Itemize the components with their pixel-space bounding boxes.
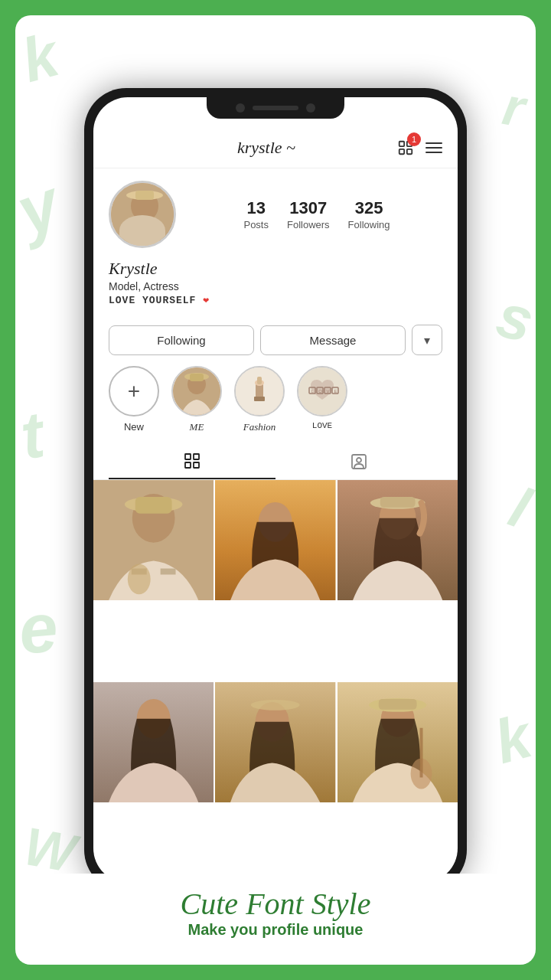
header-icons: 1 — [393, 136, 442, 160]
tab-tagged[interactable] — [276, 444, 442, 479]
phone-notch — [207, 97, 344, 119]
followers-count: 1307 — [289, 198, 327, 218]
speaker — [253, 106, 298, 110]
highlight-circle-fashion — [234, 366, 285, 416]
phone-frame: krystle ~ 1 — [84, 88, 467, 892]
highlight-label-new: New — [124, 421, 144, 433]
profile-top: 13 Posts 1307 Followers 325 Following — [109, 181, 442, 248]
dropdown-button[interactable]: ▾ — [412, 325, 442, 355]
message-button[interactable]: Message — [260, 325, 406, 355]
avatar-image — [111, 183, 174, 246]
stat-following: 325 Following — [348, 198, 390, 230]
grid-photo-3[interactable] — [337, 480, 458, 600]
highlight-image-fashion — [236, 368, 283, 415]
grid-photo-5[interactable] — [215, 682, 335, 802]
grid-photo-1[interactable] — [93, 480, 214, 600]
highlight-love[interactable]: L O V E LOVE — [297, 366, 347, 430]
highlight-label-love: LOVE — [312, 421, 332, 430]
grid-photo-4[interactable] — [93, 682, 214, 802]
highlight-new[interactable]: + New — [109, 366, 159, 433]
svg-rect-2 — [399, 149, 404, 154]
notification-badge: 1 — [407, 132, 421, 146]
action-buttons: Following Message ▾ — [93, 325, 458, 355]
stats-row: 13 Posts 1307 Followers 325 Following — [191, 198, 442, 230]
svg-rect-7 — [135, 191, 154, 200]
profile-bio: Model, Actress — [109, 280, 442, 292]
svg-rect-35 — [135, 497, 172, 514]
svg-rect-57 — [419, 728, 422, 778]
svg-rect-26 — [185, 454, 191, 459]
svg-rect-55 — [378, 699, 416, 710]
camera — [236, 103, 245, 113]
highlight-image-love: L O V E — [298, 368, 346, 415]
grid-photo-6[interactable] — [337, 682, 458, 802]
svg-rect-28 — [185, 462, 191, 468]
notification-icon[interactable]: 1 — [393, 136, 418, 160]
highlight-circle-me — [171, 366, 222, 416]
tab-grid[interactable] — [109, 444, 276, 479]
posts-label: Posts — [243, 219, 269, 230]
svg-point-38 — [128, 564, 151, 595]
svg-rect-27 — [194, 454, 199, 459]
bottom-section: Cute Font Style Make you profile unique — [15, 874, 536, 946]
tab-bar — [93, 444, 458, 480]
following-label: Following — [348, 219, 390, 230]
profile-section: 13 Posts 1307 Followers 325 Following — [93, 168, 458, 314]
following-button[interactable]: Following — [109, 325, 254, 355]
svg-rect-3 — [407, 149, 412, 154]
svg-rect-11 — [190, 374, 204, 381]
grid-photo-2[interactable] — [215, 480, 335, 600]
app-title: krystle ~ — [237, 138, 295, 158]
highlight-label-me: ME — [190, 421, 204, 433]
svg-point-31 — [357, 458, 361, 462]
avatar[interactable] — [109, 181, 176, 248]
heart-emoji: ❤️ — [203, 295, 210, 306]
phone-screen: krystle ~ 1 — [93, 97, 458, 883]
hamburger-menu[interactable] — [425, 142, 442, 153]
highlight-circle-love: L O V E — [297, 366, 347, 416]
outer-container: k r y s t l e k W y krystle ~ — [15, 15, 536, 965]
profile-name: Krystle — [109, 259, 442, 279]
highlight-circle-new: + — [109, 366, 159, 416]
camera-2 — [306, 103, 315, 113]
photo-grid — [93, 480, 458, 883]
highlights-row: + New — [93, 355, 458, 444]
highlight-image-me — [173, 368, 220, 415]
highlight-me[interactable]: ME — [171, 366, 222, 433]
svg-point-51 — [251, 700, 300, 710]
profile-quote: LOVE YOURSELF ❤️ — [109, 294, 442, 306]
highlight-label-fashion: Fashion — [243, 421, 276, 433]
bottom-title: Cute Font Style — [31, 887, 520, 921]
bottom-subtitle: Make you profile unique — [31, 921, 520, 939]
svg-rect-46 — [380, 497, 415, 508]
stat-followers: 1307 Followers — [287, 198, 330, 230]
following-count: 325 — [355, 198, 383, 218]
highlight-fashion[interactable]: Fashion — [234, 366, 285, 433]
posts-count: 13 — [246, 198, 265, 218]
plus-icon: + — [128, 381, 140, 402]
svg-rect-29 — [194, 462, 199, 468]
svg-rect-14 — [254, 397, 265, 401]
stat-posts: 13 Posts — [243, 198, 269, 230]
svg-rect-0 — [399, 142, 404, 146]
svg-rect-16 — [257, 377, 262, 384]
followers-label: Followers — [287, 219, 330, 230]
svg-rect-37 — [161, 569, 176, 575]
